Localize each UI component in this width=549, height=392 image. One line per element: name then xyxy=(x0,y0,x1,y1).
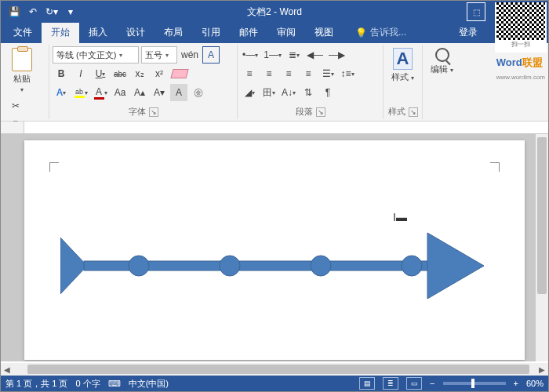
page-count[interactable]: 第 1 页，共 1 页 xyxy=(5,378,67,390)
highlight-button[interactable]: ab▾ xyxy=(72,84,89,101)
borders-button[interactable]: 田▾ xyxy=(260,84,278,101)
styles-button[interactable]: A 样式 ▾ xyxy=(387,46,419,85)
tab-layout[interactable]: 布局 xyxy=(155,22,192,43)
distributed-button[interactable]: ☰▾ xyxy=(319,65,336,82)
align-right-button[interactable]: ≡ xyxy=(280,65,297,82)
language-status[interactable]: 中文(中国) xyxy=(129,378,169,390)
tab-insert[interactable]: 插入 xyxy=(79,22,117,43)
web-layout-button[interactable]: ▭ xyxy=(406,377,422,390)
group-paragraph: •—▾ 1—▾ ≣▾ ◀— —▶ ≡ ≡ ≡ ≡ ☰▾ ↕≡▾ ◢▾ 田▾ A↓… xyxy=(238,45,384,119)
svg-marker-0 xyxy=(60,238,87,294)
read-mode-button[interactable]: ▤ xyxy=(359,377,375,390)
vscroll-thumb[interactable] xyxy=(537,137,547,294)
svg-point-3 xyxy=(129,256,149,276)
styles-launcher[interactable]: ↘ xyxy=(409,107,418,117)
font-launcher[interactable]: ↘ xyxy=(149,107,158,117)
svg-point-6 xyxy=(402,256,422,276)
tab-file[interactable]: 文件 xyxy=(4,22,42,43)
hscroll-right-arrow[interactable]: ▶ xyxy=(536,365,548,374)
ribbon-display-options[interactable]: ⬚ xyxy=(467,2,485,21)
tell-me-search[interactable]: 💡告诉我... xyxy=(349,22,413,43)
tab-view[interactable]: 视图 xyxy=(305,22,343,43)
undo-button[interactable]: ↶ xyxy=(24,3,42,20)
ruler-corner xyxy=(1,122,24,133)
tab-review[interactable]: 审阅 xyxy=(267,22,305,43)
arrow-timeline-shape[interactable] xyxy=(60,227,484,305)
clear-formatting-button[interactable] xyxy=(170,65,189,82)
svg-point-4 xyxy=(220,256,240,276)
zoom-in-button[interactable]: + xyxy=(514,379,518,388)
sign-in-link[interactable]: 登录 xyxy=(451,22,485,43)
redo-button[interactable]: ↻▾ xyxy=(43,3,60,20)
cut-button[interactable]: ✂ xyxy=(7,97,24,114)
title-bar: 💾 ↶ ↻▾ ▾ 文档2 - Word ⬚ xyxy=(1,1,548,23)
qat-customize[interactable]: ▾ xyxy=(62,3,79,20)
tab-mailings[interactable]: 邮件 xyxy=(230,22,267,43)
change-case-button[interactable]: Aa xyxy=(111,84,129,101)
show-marks-button[interactable]: ¶ xyxy=(319,84,336,101)
line-spacing-button[interactable]: ↕≡▾ xyxy=(339,65,356,82)
group-styles: A 样式 ▾ 样式↘ xyxy=(384,45,423,119)
enclose-characters-button[interactable]: ㊎ xyxy=(190,84,207,101)
zoom-slider[interactable] xyxy=(443,382,506,385)
sort-button[interactable]: ⇅ xyxy=(300,84,317,101)
font-size-combo[interactable]: 五号▾ xyxy=(141,46,177,64)
font-color-button[interactable]: A▾ xyxy=(92,84,109,101)
bold-button[interactable]: B xyxy=(53,65,70,82)
shrink-font-button[interactable]: A▾ xyxy=(151,84,168,101)
strikethrough-button[interactable]: abc xyxy=(111,65,129,82)
tab-design[interactable]: 设计 xyxy=(117,22,155,43)
align-center-button[interactable]: ≡ xyxy=(260,65,278,82)
watermark-logo: Word联盟 www.wordlm.com xyxy=(496,56,545,82)
document-page[interactable]: I▬ xyxy=(24,140,525,360)
svg-marker-2 xyxy=(427,233,484,299)
shading-button[interactable]: ◢▾ xyxy=(241,84,258,101)
paste-button[interactable]: 粘贴▾ xyxy=(7,46,37,95)
phonetic-guide-button[interactable]: wén xyxy=(180,46,200,64)
qr-overlay: 扫一扫 xyxy=(495,2,547,53)
margin-marker-tr xyxy=(490,162,500,172)
increase-indent-button[interactable]: —▶ xyxy=(327,46,347,64)
subscript-button[interactable]: x₂ xyxy=(131,65,148,82)
multilevel-list-button[interactable]: ≣▾ xyxy=(285,46,303,64)
vertical-scrollbar[interactable] xyxy=(536,134,548,361)
justify-button[interactable]: ≡ xyxy=(300,65,317,82)
superscript-button[interactable]: x² xyxy=(151,65,168,82)
lightbulb-icon: 💡 xyxy=(355,27,367,38)
decrease-indent-button[interactable]: ◀— xyxy=(305,46,325,64)
align-left-button[interactable]: ≡ xyxy=(241,65,258,82)
group-font: 等线 (中文正文)▾ 五号▾ wén A B I U▾ abc x₂ x² A▾… xyxy=(49,45,238,119)
tab-home[interactable]: 开始 xyxy=(42,22,79,43)
bullets-button[interactable]: •—▾ xyxy=(241,46,260,64)
italic-button[interactable]: I xyxy=(72,65,89,82)
quick-access-toolbar: 💾 ↶ ↻▾ ▾ xyxy=(1,3,84,20)
search-icon xyxy=(435,48,449,62)
horizontal-scrollbar[interactable]: ◀ ▶ xyxy=(1,363,548,376)
save-button[interactable]: 💾 xyxy=(5,3,23,20)
hscroll-left-arrow[interactable]: ◀ xyxy=(1,365,13,374)
character-border-button[interactable]: A xyxy=(202,46,220,64)
document-area: I▬ xyxy=(1,134,548,361)
text-effects-button[interactable]: A▾ xyxy=(53,84,70,101)
text-cursor-icon: I▬ xyxy=(393,211,407,223)
tab-references[interactable]: 引用 xyxy=(192,22,230,43)
font-name-combo[interactable]: 等线 (中文正文)▾ xyxy=(53,46,139,64)
ribbon-tabs: 文件 开始 插入 设计 布局 引用 邮件 审阅 视图 💡告诉我... 登录 xyxy=(1,23,548,43)
word-count[interactable]: 0 个字 xyxy=(75,378,100,390)
underline-button[interactable]: U▾ xyxy=(92,65,109,82)
zoom-level[interactable]: 60% xyxy=(526,379,544,388)
group-editing: 编辑 ▾ xyxy=(423,45,461,119)
keyboard-icon: ⌨ xyxy=(108,379,121,389)
print-layout-button[interactable]: ≣ xyxy=(383,377,398,390)
horizontal-ruler[interactable] xyxy=(1,122,548,134)
ribbon: 粘贴▾ ✂ ⎘ 剪贴板↘ 等线 (中文正文)▾ 五号▾ wén A B I U▾… xyxy=(1,43,548,122)
numbering-button[interactable]: 1—▾ xyxy=(262,46,283,64)
zoom-out-button[interactable]: − xyxy=(430,379,434,388)
character-shading-button[interactable]: A xyxy=(170,84,187,101)
asian-sort-button[interactable]: A↓▾ xyxy=(280,84,297,101)
clipboard-icon xyxy=(12,48,32,71)
grow-font-button[interactable]: A▴ xyxy=(131,84,148,101)
hscroll-thumb[interactable] xyxy=(27,365,529,374)
paragraph-launcher[interactable]: ↘ xyxy=(316,107,325,117)
editing-button[interactable]: 编辑 ▾ xyxy=(426,46,458,77)
